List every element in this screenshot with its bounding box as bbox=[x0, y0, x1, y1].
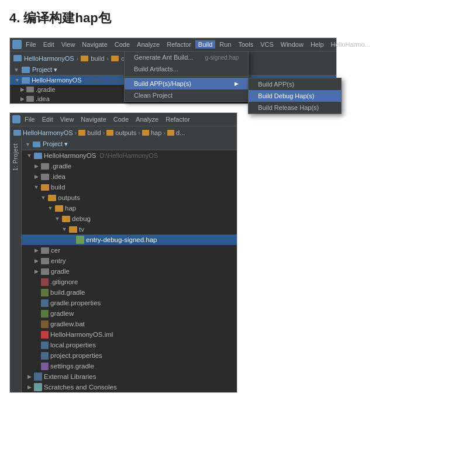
menu-navigate[interactable]: Navigate bbox=[79, 40, 110, 49]
project-icon bbox=[22, 67, 30, 73]
project-sidebar-tab[interactable]: 1: Project bbox=[10, 139, 22, 392]
hap-file-arrow bbox=[68, 237, 74, 243]
tree-row-entry[interactable]: ▶ entry bbox=[22, 256, 237, 266]
scratches-icon bbox=[34, 383, 42, 391]
project-label[interactable]: Project ▾ bbox=[32, 66, 57, 74]
menu-window[interactable]: Window bbox=[278, 40, 306, 49]
tree-row-tv[interactable]: ▼ tv bbox=[22, 224, 237, 234]
tree-row-idea[interactable]: ▶ .idea bbox=[22, 171, 237, 182]
root-folder-icon bbox=[22, 77, 30, 84]
iml-arrow bbox=[33, 332, 39, 337]
tv-arrow: ▼ bbox=[61, 226, 67, 232]
tree-row-gradle-dot[interactable]: ▶ .gradle bbox=[22, 161, 237, 171]
tree-row-hap[interactable]: ▼ hap bbox=[22, 203, 237, 213]
entry-arrow: ▶ bbox=[33, 258, 39, 264]
root-folder-icon bbox=[34, 153, 42, 159]
gradlew-bat-arrow bbox=[33, 321, 39, 327]
tree-row-outputs[interactable]: ▼ outputs bbox=[22, 192, 237, 203]
tree-row-hap-file[interactable]: entry-debug-signed.hap bbox=[22, 234, 237, 245]
tree-row-gradlew-bat[interactable]: gradlew.bat bbox=[22, 319, 237, 329]
menu-analyze[interactable]: Analyze bbox=[134, 40, 163, 49]
tree-row-root[interactable]: ▼ HelloHarmonyOS D:\HelloHarmonyOS bbox=[22, 150, 237, 161]
menu-edit[interactable]: Edit bbox=[40, 40, 57, 49]
menu-vcs[interactable]: VCS bbox=[257, 40, 277, 49]
tree-header-chevron: ▼ bbox=[25, 142, 30, 147]
idea-label: .idea bbox=[51, 173, 65, 180]
bot-bc-sep1: › bbox=[75, 129, 77, 136]
outputs-arrow: ▼ bbox=[40, 195, 46, 201]
drop-clean-project[interactable]: Clean Project bbox=[125, 89, 248, 101]
hap-file-icon bbox=[76, 236, 84, 244]
cer-folder-icon bbox=[41, 247, 49, 254]
tree-row-gradle-folder[interactable]: ▶ gradle bbox=[22, 266, 237, 277]
harmony-logo-bottom-icon bbox=[12, 115, 20, 123]
gradle-folder-label: gradle bbox=[51, 268, 70, 275]
menu-run[interactable]: Run bbox=[216, 40, 234, 49]
tree-header-label: Project ▾ bbox=[43, 140, 68, 148]
build-folder-icon bbox=[81, 56, 88, 61]
menu-helloharm[interactable]: HelloHarmo... bbox=[328, 40, 373, 49]
outputs-label: outputs bbox=[58, 194, 80, 201]
menu-file[interactable]: File bbox=[23, 40, 39, 49]
menu-tools[interactable]: Tools bbox=[235, 40, 256, 49]
idea-arrow: ▶ bbox=[33, 174, 39, 180]
bot-menu-navigate[interactable]: Navigate bbox=[78, 115, 109, 123]
bot-project-name: HelloHarmonyOS bbox=[23, 129, 73, 136]
tree-header[interactable]: ▼ Project ▾ bbox=[22, 139, 237, 150]
top-screenshot: File Edit View Navigate Code Analyze Ref… bbox=[9, 37, 337, 104]
submenu-build-debug-hap[interactable]: Build Debug Hap(s) bbox=[249, 90, 341, 102]
submenu-build-release-hap[interactable]: Build Release Hap(s) bbox=[249, 102, 341, 113]
tree-row-build[interactable]: ▼ build bbox=[22, 182, 237, 192]
bot-menu-edit[interactable]: Edit bbox=[39, 115, 56, 123]
tree-content: ▼ Project ▾ ▼ HelloHarmonyOS D:\HelloHar… bbox=[22, 139, 237, 392]
outputs-folder-icon bbox=[111, 56, 119, 61]
drop-build-artifacts[interactable]: Build Artifacts... bbox=[125, 63, 248, 75]
drop-generate-ant[interactable]: Generate Ant Build... g-signed.hap bbox=[125, 51, 248, 63]
tree-row-cer[interactable]: ▶ cer bbox=[22, 245, 237, 256]
drop-build-app[interactable]: Build APP(s)/Hap(s) ▶ Build APP(s) Build… bbox=[125, 78, 248, 89]
bot-bc-outputs: outputs bbox=[115, 129, 136, 136]
gradlew-bat-label: gradlew.bat bbox=[50, 320, 85, 327]
bot-menu-code[interactable]: Code bbox=[111, 115, 132, 123]
tree-header-folder-icon bbox=[33, 142, 40, 147]
bot-menu-analyze[interactable]: Analyze bbox=[133, 115, 161, 123]
build-dropdown: Generate Ant Build... g-signed.hap Build… bbox=[124, 51, 249, 102]
gradle-dot-folder-icon bbox=[41, 163, 49, 170]
project-folder-icon bbox=[13, 55, 22, 61]
tree-row-project-properties[interactable]: project.properties bbox=[22, 350, 237, 361]
menu-refactor[interactable]: Refactor bbox=[164, 40, 194, 49]
tree-row-iml[interactable]: HelloHarmonyOS.iml bbox=[22, 329, 237, 340]
bottom-screenshot: File Edit View Navigate Code Analyze Ref… bbox=[9, 112, 237, 393]
bot-menu-refactor[interactable]: Refactor bbox=[163, 115, 193, 123]
tree-row-scratches[interactable]: ▶ Scratches and Consoles bbox=[22, 382, 237, 392]
hap-folder-icon bbox=[55, 205, 63, 212]
tv-label: tv bbox=[79, 226, 84, 233]
ext-lib-arrow: ▶ bbox=[26, 374, 32, 380]
tree-row-gitignore[interactable]: .gitignore bbox=[22, 277, 237, 287]
idea-folder-icon bbox=[41, 174, 49, 180]
tree-row-gradlew[interactable]: gradlew bbox=[22, 308, 237, 319]
menu-code[interactable]: Code bbox=[112, 40, 133, 49]
iml-icon bbox=[41, 331, 49, 339]
menu-view[interactable]: View bbox=[58, 40, 78, 49]
gradlew-bat-icon bbox=[41, 320, 49, 328]
ext-lib-icon bbox=[34, 372, 42, 381]
tree-row-settings-gradle[interactable]: settings.gradle bbox=[22, 361, 237, 371]
menu-help[interactable]: Help bbox=[308, 40, 327, 49]
bottom-toolbar: HelloHarmonyOS › build › outputs › hap ›… bbox=[10, 126, 237, 139]
submenu-build-app[interactable]: Build APP(s) bbox=[249, 78, 341, 90]
tree-row-debug[interactable]: ▼ debug bbox=[22, 213, 237, 224]
gradle-folder-icon bbox=[26, 87, 34, 92]
gitignore-icon bbox=[41, 278, 49, 286]
tree-row-ext-lib[interactable]: ▶ External Libraries bbox=[22, 371, 237, 382]
project-props-arrow bbox=[33, 353, 39, 358]
tree-row-gradle-properties[interactable]: gradle.properties bbox=[22, 298, 237, 308]
bottom-menubar: File Edit View Navigate Code Analyze Ref… bbox=[10, 113, 237, 126]
bot-menu-view[interactable]: View bbox=[57, 115, 77, 123]
bot-menu-file[interactable]: File bbox=[22, 115, 38, 123]
bc-sep1: › bbox=[77, 55, 79, 62]
tree-row-local-properties[interactable]: local.properties bbox=[22, 340, 237, 350]
menu-build[interactable]: Build bbox=[195, 40, 215, 49]
tree-row-build-gradle[interactable]: build.gradle bbox=[22, 287, 237, 298]
local-props-arrow bbox=[33, 342, 39, 348]
